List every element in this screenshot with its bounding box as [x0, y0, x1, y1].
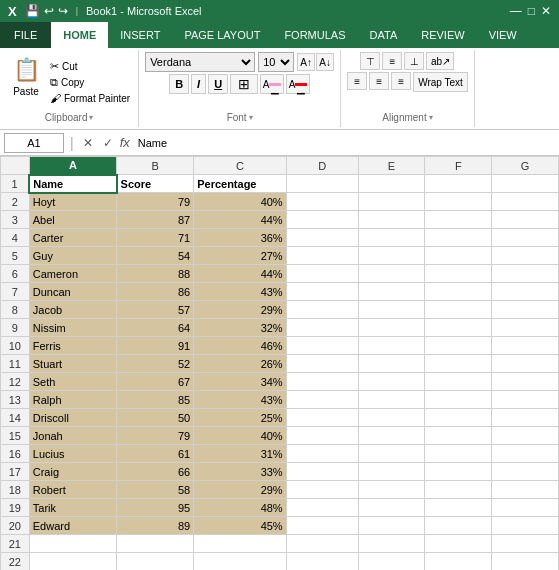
cell-empty[interactable]: [425, 373, 492, 391]
clipboard-expand-icon[interactable]: ▾: [89, 113, 93, 122]
cell-empty[interactable]: [425, 517, 492, 535]
cell[interactable]: 43%: [194, 283, 286, 301]
cell-empty[interactable]: [358, 535, 425, 553]
cell-empty[interactable]: [492, 301, 559, 319]
cell[interactable]: 89: [117, 517, 194, 535]
cell[interactable]: [117, 553, 194, 571]
cell[interactable]: Tarik: [29, 499, 116, 517]
cell-empty[interactable]: [358, 373, 425, 391]
row-header-11[interactable]: 11: [1, 355, 30, 373]
cell[interactable]: Jacob: [29, 301, 116, 319]
cell[interactable]: 57: [117, 301, 194, 319]
cell-empty[interactable]: [492, 373, 559, 391]
cell[interactable]: Seth: [29, 373, 116, 391]
cell-empty[interactable]: [286, 355, 358, 373]
fill-color-button[interactable]: A▁: [260, 74, 284, 94]
orientation-button[interactable]: ab↗: [426, 52, 454, 70]
cell-empty[interactable]: [492, 409, 559, 427]
cell[interactable]: 36%: [194, 229, 286, 247]
cell-empty[interactable]: [286, 373, 358, 391]
row-header-22[interactable]: 22: [1, 553, 30, 571]
cancel-formula-icon[interactable]: ✕: [80, 135, 96, 151]
cell[interactable]: 71: [117, 229, 194, 247]
cell[interactable]: 29%: [194, 301, 286, 319]
copy-button[interactable]: ⧉ Copy: [48, 75, 132, 90]
cell-empty[interactable]: [358, 445, 425, 463]
italic-button[interactable]: I: [191, 74, 206, 94]
row-header-5[interactable]: 5: [1, 247, 30, 265]
cell[interactable]: Edward: [29, 517, 116, 535]
row-header-12[interactable]: 12: [1, 373, 30, 391]
cell-empty[interactable]: [425, 391, 492, 409]
cell-empty[interactable]: [286, 391, 358, 409]
cell[interactable]: 67: [117, 373, 194, 391]
tab-formulas[interactable]: FORMULAS: [272, 22, 357, 48]
tab-data[interactable]: DATA: [358, 22, 410, 48]
cell-empty[interactable]: [492, 553, 559, 571]
cell[interactable]: 26%: [194, 355, 286, 373]
cell[interactable]: Ralph: [29, 391, 116, 409]
cell-empty[interactable]: [492, 517, 559, 535]
tab-review[interactable]: REVIEW: [409, 22, 476, 48]
row-header-2[interactable]: 2: [1, 193, 30, 211]
cell[interactable]: 25%: [194, 409, 286, 427]
cell-empty[interactable]: [492, 229, 559, 247]
cell-empty[interactable]: [358, 517, 425, 535]
cell[interactable]: 45%: [194, 517, 286, 535]
cell-empty[interactable]: [425, 499, 492, 517]
cell[interactable]: 43%: [194, 391, 286, 409]
cell[interactable]: 44%: [194, 265, 286, 283]
cell-empty[interactable]: [425, 265, 492, 283]
cell[interactable]: Guy: [29, 247, 116, 265]
cell[interactable]: Driscoll: [29, 409, 116, 427]
cell-empty[interactable]: [286, 517, 358, 535]
cell[interactable]: 52: [117, 355, 194, 373]
col-header-e[interactable]: E: [358, 157, 425, 175]
cell[interactable]: Lucius: [29, 445, 116, 463]
align-right-button[interactable]: ≡: [391, 72, 411, 90]
bold-button[interactable]: B: [169, 74, 189, 94]
cell-empty[interactable]: [425, 409, 492, 427]
cell-empty[interactable]: [358, 481, 425, 499]
cell[interactable]: 79: [117, 427, 194, 445]
cell[interactable]: Percentage: [194, 175, 286, 193]
undo-icon[interactable]: ↩: [44, 4, 54, 18]
cell-empty[interactable]: [286, 445, 358, 463]
cut-button[interactable]: ✂ Cut: [48, 59, 132, 74]
cell-empty[interactable]: [425, 553, 492, 571]
cell-empty[interactable]: [425, 535, 492, 553]
cell[interactable]: Ferris: [29, 337, 116, 355]
borders-button[interactable]: ⊞: [230, 74, 258, 94]
cell[interactable]: 85: [117, 391, 194, 409]
cell[interactable]: 86: [117, 283, 194, 301]
cell[interactable]: 88: [117, 265, 194, 283]
formula-input[interactable]: [138, 133, 555, 153]
cell-empty[interactable]: [492, 535, 559, 553]
cell-empty[interactable]: [425, 337, 492, 355]
row-header-6[interactable]: 6: [1, 265, 30, 283]
col-header-b[interactable]: B: [117, 157, 194, 175]
font-color-button[interactable]: A▁: [286, 74, 310, 94]
cell[interactable]: [29, 553, 116, 571]
tab-home[interactable]: HOME: [51, 22, 108, 48]
cell-empty[interactable]: [286, 301, 358, 319]
col-header-g[interactable]: G: [492, 157, 559, 175]
row-header-17[interactable]: 17: [1, 463, 30, 481]
cell[interactable]: 32%: [194, 319, 286, 337]
tab-file[interactable]: FILE: [0, 22, 51, 48]
cell-empty[interactable]: [286, 337, 358, 355]
row-header-18[interactable]: 18: [1, 481, 30, 499]
cell-empty[interactable]: [492, 337, 559, 355]
cell[interactable]: Duncan: [29, 283, 116, 301]
row-header-13[interactable]: 13: [1, 391, 30, 409]
cell-empty[interactable]: [492, 247, 559, 265]
cell-empty[interactable]: [492, 391, 559, 409]
cell-empty[interactable]: [492, 445, 559, 463]
cell[interactable]: Cameron: [29, 265, 116, 283]
cell-empty[interactable]: [286, 229, 358, 247]
cell-empty[interactable]: [358, 391, 425, 409]
cell-empty[interactable]: [425, 319, 492, 337]
cell-empty[interactable]: [358, 175, 425, 193]
minimize-btn[interactable]: —: [510, 4, 522, 18]
maximize-btn[interactable]: □: [528, 4, 535, 18]
